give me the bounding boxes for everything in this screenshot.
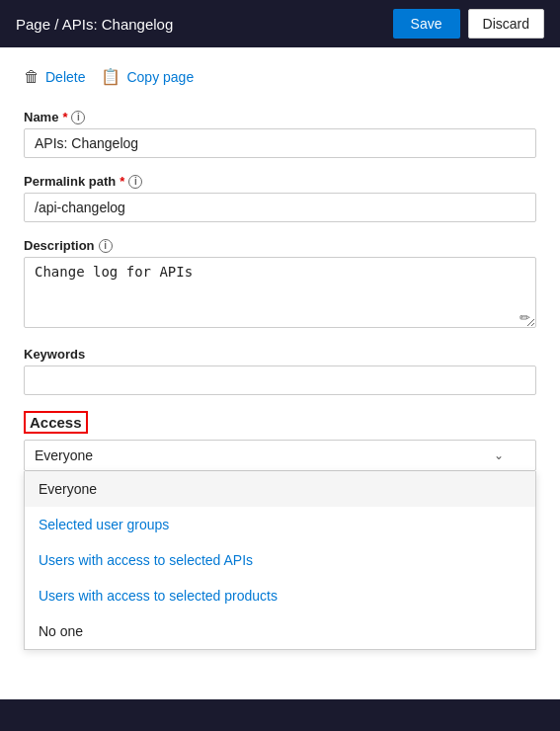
permalink-required: * xyxy=(120,174,124,189)
access-select-wrapper: Everyone ⌄ Everyone Selected user groups… xyxy=(24,440,536,471)
keywords-field-group: Keywords xyxy=(24,347,536,395)
keywords-label: Keywords xyxy=(24,347,536,362)
name-label: Name * i xyxy=(24,110,536,124)
access-select[interactable]: Everyone ⌄ xyxy=(24,440,536,471)
name-input[interactable] xyxy=(24,128,536,158)
access-selected-value: Everyone xyxy=(35,447,93,463)
header-actions: Save Discard xyxy=(393,9,544,39)
copy-icon: 📋 xyxy=(101,67,120,86)
permalink-field-group: Permalink path * i xyxy=(24,174,536,222)
description-wrapper: Change log for <span class="description-… xyxy=(24,257,536,331)
delete-link[interactable]: 🗑 Delete xyxy=(24,68,85,86)
access-option-everyone[interactable]: Everyone xyxy=(25,471,535,507)
name-required: * xyxy=(62,110,67,124)
permalink-label: Permalink path * i xyxy=(24,174,536,189)
access-field-group: Access Everyone ⌄ Everyone Selected user… xyxy=(24,411,536,471)
main-content: 🗑 Delete 📋 Copy page Name * i Permalink … xyxy=(0,47,560,511)
permalink-input[interactable] xyxy=(24,193,536,222)
name-field-group: Name * i xyxy=(24,110,536,158)
save-button[interactable]: Save xyxy=(393,9,460,39)
access-label: Access xyxy=(24,411,536,440)
delete-icon: 🗑 xyxy=(24,68,40,86)
chevron-down-icon: ⌄ xyxy=(494,448,504,462)
copy-page-link[interactable]: 📋 Copy page xyxy=(101,67,194,86)
edit-icon[interactable]: ✏ xyxy=(520,310,530,325)
access-dropdown-menu: Everyone Selected user groups Users with… xyxy=(24,471,536,650)
name-info-icon[interactable]: i xyxy=(71,111,85,124)
discard-button[interactable]: Discard xyxy=(468,9,544,39)
access-option-selected-groups[interactable]: Selected user groups xyxy=(25,507,535,542)
access-option-no-one[interactable]: No one xyxy=(25,613,535,649)
bottom-bar xyxy=(0,699,560,731)
permalink-info-icon[interactable]: i xyxy=(128,175,142,189)
description-field-group: Description i Change log for <span class… xyxy=(24,238,536,331)
description-input[interactable]: Change log for <span class="description-… xyxy=(24,257,536,328)
description-info-icon[interactable]: i xyxy=(99,239,113,253)
top-actions: 🗑 Delete 📋 Copy page xyxy=(24,67,536,86)
page-header: Page / APIs: Changelog Save Discard xyxy=(0,0,560,47)
page-title: Page / APIs: Changelog xyxy=(16,16,173,33)
keywords-input[interactable] xyxy=(24,366,536,395)
access-option-selected-products[interactable]: Users with access to selected products xyxy=(25,578,535,613)
description-label: Description i xyxy=(24,238,536,253)
access-option-selected-apis[interactable]: Users with access to selected APIs xyxy=(25,542,535,578)
